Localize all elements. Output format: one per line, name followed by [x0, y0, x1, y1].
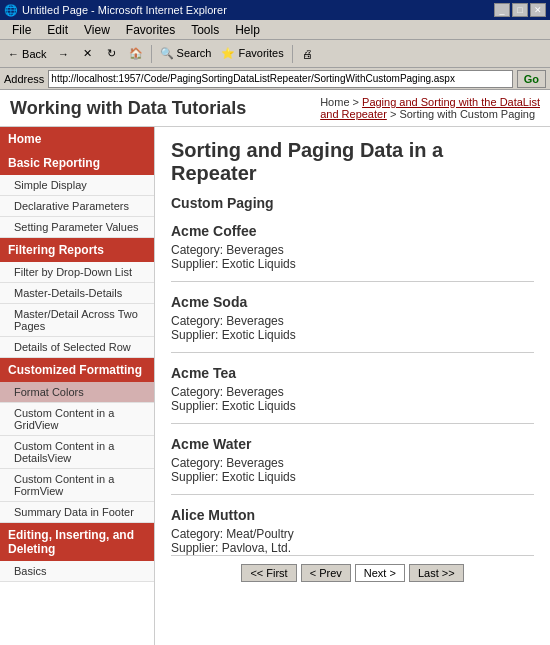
menu-bar: File Edit View Favorites Tools Help [0, 20, 550, 40]
window-controls: _ □ ✕ [494, 3, 546, 17]
breadcrumb-separator2: > [390, 108, 399, 120]
product-item-1: Acme Soda Category: Beverages Supplier: … [171, 294, 534, 342]
product-item-0: Acme Coffee Category: Beverages Supplier… [171, 223, 534, 271]
page-wrapper: Working with Data Tutorials Home > Pagin… [0, 90, 550, 645]
site-title: Working with Data Tutorials [10, 98, 246, 119]
toolbar: ← Back → ✕ ↻ 🏠 🔍 Search ⭐ Favorites 🖨 [0, 40, 550, 68]
product-supplier-3: Supplier: Exotic Liquids [171, 470, 534, 484]
section-title: Custom Paging [171, 195, 534, 211]
product-supplier-2: Supplier: Exotic Liquids [171, 399, 534, 413]
breadcrumb: Home > Paging and Sorting with the DataL… [320, 96, 540, 120]
product-name-1: Acme Soda [171, 294, 534, 310]
pagination: << First < Prev Next > Last >> [171, 555, 534, 590]
product-category-3: Category: Beverages [171, 456, 534, 470]
sidebar-item-details-selected-row[interactable]: Details of Selected Row [0, 337, 154, 358]
minimize-button[interactable]: _ [494, 3, 510, 17]
sidebar-item-custom-content-detailsview[interactable]: Custom Content in a DetailsView [0, 436, 154, 469]
favorites-button[interactable]: ⭐ Favorites [217, 43, 287, 65]
sidebar-section-customized-formatting[interactable]: Customized Formatting [0, 358, 154, 382]
product-supplier-4: Supplier: Pavlova, Ltd. [171, 541, 534, 555]
product-name-3: Acme Water [171, 436, 534, 452]
refresh-button[interactable]: ↻ [101, 43, 123, 65]
menu-tools[interactable]: Tools [183, 21, 227, 39]
sidebar-item-filter-dropdown[interactable]: Filter by Drop-Down List [0, 262, 154, 283]
sidebar-item-summary-data-footer[interactable]: Summary Data in Footer [0, 502, 154, 523]
sidebar-item-declarative-parameters[interactable]: Declarative Parameters [0, 196, 154, 217]
menu-file[interactable]: File [4, 21, 39, 39]
stop-button[interactable]: ✕ [77, 43, 99, 65]
sidebar-item-master-detail-two-pages[interactable]: Master/Detail Across Two Pages [0, 304, 154, 337]
first-page-button[interactable]: << First [241, 564, 296, 582]
product-item-3: Acme Water Category: Beverages Supplier:… [171, 436, 534, 484]
separator2 [292, 45, 293, 63]
product-category-1: Category: Beverages [171, 314, 534, 328]
prev-page-button[interactable]: < Prev [301, 564, 351, 582]
content-area: Sorting and Paging Data in a Repeater Cu… [155, 127, 550, 645]
sidebar: Home Basic Reporting Simple Display Decl… [0, 127, 155, 645]
browser-icon: 🌐 [4, 4, 18, 17]
product-supplier-0: Supplier: Exotic Liquids [171, 257, 534, 271]
product-list: Acme Coffee Category: Beverages Supplier… [171, 223, 534, 555]
sidebar-item-custom-content-gridview[interactable]: Custom Content in a GridView [0, 403, 154, 436]
product-name-4: Alice Mutton [171, 507, 534, 523]
breadcrumb-current: Sorting with Custom Paging [399, 108, 535, 120]
search-button[interactable]: 🔍 Search [156, 43, 216, 65]
sidebar-section-filtering-reports[interactable]: Filtering Reports [0, 238, 154, 262]
sidebar-home[interactable]: Home [0, 127, 154, 151]
divider-0 [171, 281, 534, 282]
breadcrumb-home: Home [320, 96, 349, 108]
sidebar-item-simple-display[interactable]: Simple Display [0, 175, 154, 196]
close-button[interactable]: ✕ [530, 3, 546, 17]
sidebar-item-master-details[interactable]: Master-Details-Details [0, 283, 154, 304]
divider-1 [171, 352, 534, 353]
sidebar-item-basics[interactable]: Basics [0, 561, 154, 582]
divider-3 [171, 494, 534, 495]
maximize-button[interactable]: □ [512, 3, 528, 17]
product-category-4: Category: Meat/Poultry [171, 527, 534, 541]
breadcrumb-separator1: > [353, 96, 362, 108]
sidebar-item-custom-content-formview[interactable]: Custom Content in a FormView [0, 469, 154, 502]
sidebar-item-setting-parameter-values[interactable]: Setting Parameter Values [0, 217, 154, 238]
home-button[interactable]: 🏠 [125, 43, 147, 65]
next-page-button[interactable]: Next > [355, 564, 405, 582]
print-button[interactable]: 🖨 [297, 43, 319, 65]
menu-favorites[interactable]: Favorites [118, 21, 183, 39]
last-page-button[interactable]: Last >> [409, 564, 464, 582]
product-name-0: Acme Coffee [171, 223, 534, 239]
product-category-2: Category: Beverages [171, 385, 534, 399]
menu-edit[interactable]: Edit [39, 21, 76, 39]
page-header-top: Working with Data Tutorials Home > Pagin… [10, 96, 540, 120]
main-layout: Home Basic Reporting Simple Display Decl… [0, 127, 550, 645]
product-item-4: Alice Mutton Category: Meat/Poultry Supp… [171, 507, 534, 555]
menu-help[interactable]: Help [227, 21, 268, 39]
sidebar-item-format-colors[interactable]: Format Colors [0, 382, 154, 403]
address-label: Address [4, 73, 44, 85]
divider-2 [171, 423, 534, 424]
back-button[interactable]: ← Back [4, 43, 51, 65]
product-item-2: Acme Tea Category: Beverages Supplier: E… [171, 365, 534, 413]
address-input[interactable] [48, 70, 512, 88]
separator1 [151, 45, 152, 63]
address-bar: Address Go [0, 68, 550, 90]
go-button[interactable]: Go [517, 70, 546, 88]
content-title: Sorting and Paging Data in a Repeater [171, 139, 534, 185]
menu-view[interactable]: View [76, 21, 118, 39]
forward-button[interactable]: → [53, 43, 75, 65]
product-supplier-1: Supplier: Exotic Liquids [171, 328, 534, 342]
title-bar: 🌐 Untitled Page - Microsoft Internet Exp… [0, 0, 550, 20]
window-title: Untitled Page - Microsoft Internet Explo… [22, 4, 227, 16]
sidebar-section-basic-reporting[interactable]: Basic Reporting [0, 151, 154, 175]
page-header: Working with Data Tutorials Home > Pagin… [0, 90, 550, 127]
product-category-0: Category: Beverages [171, 243, 534, 257]
product-name-2: Acme Tea [171, 365, 534, 381]
sidebar-section-editing[interactable]: Editing, Inserting, and Deleting [0, 523, 154, 561]
